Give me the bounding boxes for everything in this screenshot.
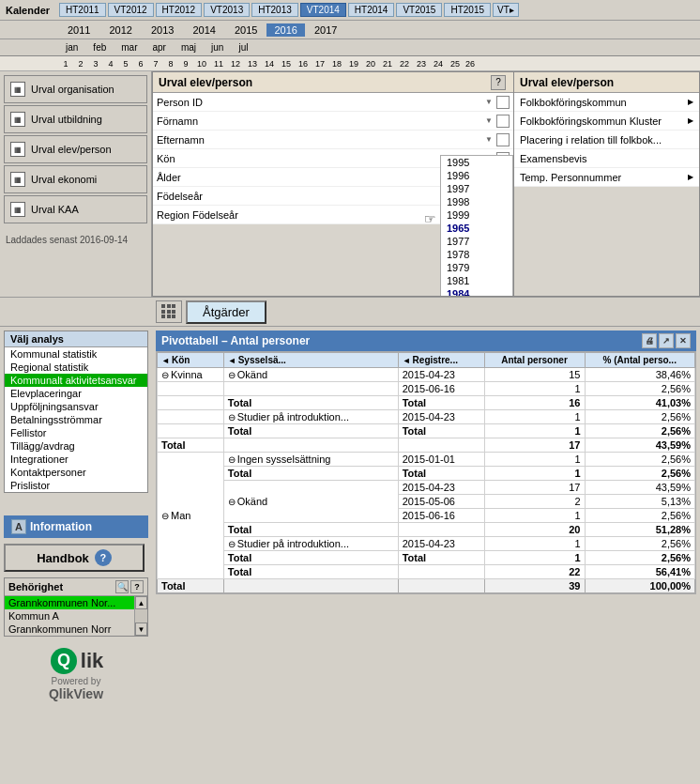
sidebar-btn-kaa[interactable]: ▦ Urval KAA (4, 195, 147, 223)
checkbox-efternamn[interactable] (496, 133, 510, 146)
year-2014[interactable]: 2014 (183, 23, 224, 37)
scroll-up-behorighet[interactable]: ▲ (135, 596, 147, 609)
urval-row-fornamn[interactable]: Förnamn ▼ (153, 112, 513, 131)
month-jul[interactable]: jul (231, 42, 255, 53)
period-HT2015[interactable]: HT2015 (444, 3, 491, 17)
kvinna-expand-icon[interactable]: ⊖ (161, 370, 169, 380)
year-2013[interactable]: 2013 (142, 23, 183, 37)
pivot-close-icon[interactable]: ✕ (676, 333, 691, 348)
col-sysselsattning[interactable]: ◄ Sysselsä... (223, 353, 398, 368)
sidebar-label-ekonomi: Urval ekonomi (31, 174, 97, 185)
num-6: 6 (133, 59, 148, 69)
year-item-1999[interactable]: 1999 (441, 208, 512, 222)
year-item-1981[interactable]: 1981 (441, 274, 512, 287)
year-item-1997[interactable]: 1997 (441, 182, 512, 195)
scroll-down-behorighet[interactable]: ▼ (135, 623, 147, 636)
year-item-1995[interactable]: 1995 (441, 156, 512, 169)
year-2016[interactable]: 2016 (266, 23, 304, 37)
analys-uppfoljning[interactable]: Uppföljningsansvar (5, 400, 147, 413)
behorighet-item-2[interactable]: Kommun A (5, 609, 134, 623)
year-dropdown-overlay[interactable]: 1995 1996 1997 1998 1999 1965 1977 1978 … (440, 155, 513, 297)
num-19: 19 (345, 59, 362, 69)
year-item-1996[interactable]: 1996 (441, 169, 512, 182)
period-VT2015[interactable]: VT2015 (396, 3, 442, 17)
man-expand-icon[interactable]: ⊖ (161, 511, 169, 521)
studier-expand-icon[interactable]: ⊖ (228, 412, 236, 423)
okand-expand-icon[interactable]: ⊖ (228, 370, 236, 380)
analys-regional[interactable]: Regional statistik (5, 361, 147, 374)
month-maj[interactable]: maj (174, 42, 204, 53)
year-2017[interactable]: 2017 (305, 23, 346, 37)
period-VT-more[interactable]: VT▸ (493, 3, 519, 17)
period-HT2012[interactable]: HT2012 (156, 3, 203, 17)
year-item-1979[interactable]: 1979 (441, 261, 512, 274)
period-VT2013[interactable]: VT2013 (204, 3, 250, 17)
organisation-icon: ▦ (10, 82, 25, 97)
pivot-header: Pivottabell – Antal personer 🖨 ↗ ✕ (156, 331, 696, 351)
year-item-1978[interactable]: 1978 (441, 248, 512, 261)
behorighet-search-icon[interactable]: 🔍 (115, 580, 129, 593)
month-jun[interactable]: jun (204, 42, 231, 53)
year-item-1977[interactable]: 1977 (441, 235, 512, 248)
behorighet-item-1[interactable]: Grannkommunen Nor... (5, 596, 134, 609)
okand2-expand-icon[interactable]: ⊖ (228, 497, 236, 507)
sidebar-btn-utbildning[interactable]: ▦ Urval utbildning (4, 105, 147, 133)
analys-kommunal[interactable]: Kommunal statistik (5, 347, 147, 361)
right-item-placering[interactable]: Placering i relation till folkbok... (514, 131, 699, 149)
month-feb[interactable]: feb (85, 42, 114, 53)
analys-betalning[interactable]: Betalningsströmmar (5, 413, 147, 426)
year-2015[interactable]: 2015 (225, 23, 266, 37)
analys-kommunalt[interactable]: Kommunalt aktivitetsansvar (5, 374, 147, 387)
behorighet-item-3[interactable]: Grannkommunen Norr (5, 623, 134, 636)
num-13: 13 (244, 59, 261, 69)
col-antal: Antal personer (484, 353, 585, 368)
urval-row-efternamn[interactable]: Efternamn ▼ (153, 131, 513, 149)
sidebar-btn-organisation[interactable]: ▦ Urval organisation (4, 75, 147, 103)
urval-row-personid[interactable]: Person ID ▼ (153, 93, 513, 112)
year-2012[interactable]: 2012 (99, 23, 141, 37)
checkbox-personid[interactable] (496, 96, 510, 109)
num-12: 12 (227, 59, 244, 69)
analys-fellistor[interactable]: Fellistor (5, 426, 147, 439)
analys-prislistor[interactable]: Prislistor (5, 479, 147, 492)
analys-elevplaceringar[interactable]: Elevplaceringar (5, 387, 147, 400)
right-item-kluster[interactable]: Folkbokföringskommun Kluster ▶ (514, 112, 699, 131)
urval-help-icon[interactable]: ? (491, 75, 506, 90)
right-item-folkbok[interactable]: Folkbokföringskommun ▶ (514, 93, 699, 112)
checkbox-fornamn[interactable] (496, 115, 510, 128)
grid-button[interactable] (156, 300, 182, 323)
col-registre[interactable]: ◄ Registre... (398, 353, 484, 368)
period-HT2013[interactable]: HT2013 (251, 3, 298, 17)
sidebar-btn-elev[interactable]: ▦ Urval elev/person (4, 135, 147, 163)
handbok-button[interactable]: Handbok ? (4, 544, 145, 572)
right-item-examens[interactable]: Examensbevis (514, 149, 699, 168)
num-5: 5 (118, 59, 133, 69)
pivot-print-icon[interactable]: 🖨 (642, 333, 657, 348)
atgarder-button[interactable]: Åtgärder (186, 300, 266, 324)
period-VT2012[interactable]: VT2012 (108, 3, 154, 17)
period-HT2014[interactable]: HT2014 (348, 3, 395, 17)
year-item-1965[interactable]: 1965 (441, 222, 512, 235)
period-VT2014[interactable]: VT2014 (300, 3, 346, 17)
month-apr[interactable]: apr (145, 42, 174, 53)
table-row: Total Total 1 2,56% (158, 551, 695, 565)
analys-kontaktpersoner[interactable]: Kontaktpersoner (5, 466, 147, 479)
pivot-export-icon[interactable]: ↗ (659, 333, 674, 348)
behorighet-help-icon[interactable]: ? (130, 580, 144, 593)
information-label: Information (30, 520, 92, 533)
period-HT2011[interactable]: HT2011 (59, 3, 106, 17)
month-mar[interactable]: mar (114, 42, 145, 53)
year-item-1998[interactable]: 1998 (441, 195, 512, 208)
studier2-expand-icon[interactable]: ⊖ (228, 539, 236, 549)
sidebar-btn-ekonomi[interactable]: ▦ Urval ekonomi (4, 165, 147, 193)
year-item-1984[interactable]: 1984 (441, 287, 512, 297)
sidebar-label-kaa: Urval KAA (31, 204, 79, 215)
year-2011[interactable]: 2011 (58, 23, 99, 37)
month-jan[interactable]: jan (58, 42, 85, 53)
col-kon[interactable]: ◄ Kön (158, 353, 224, 368)
analys-integrationer[interactable]: Integrationer (5, 453, 147, 466)
right-item-temp[interactable]: Temp. Personnummer ▶ (514, 168, 699, 187)
arrow-personid: ▼ (485, 98, 493, 106)
ingen-expand-icon[interactable]: ⊖ (228, 454, 236, 465)
analys-tillagg[interactable]: Tillägg/avdrag (5, 439, 147, 453)
